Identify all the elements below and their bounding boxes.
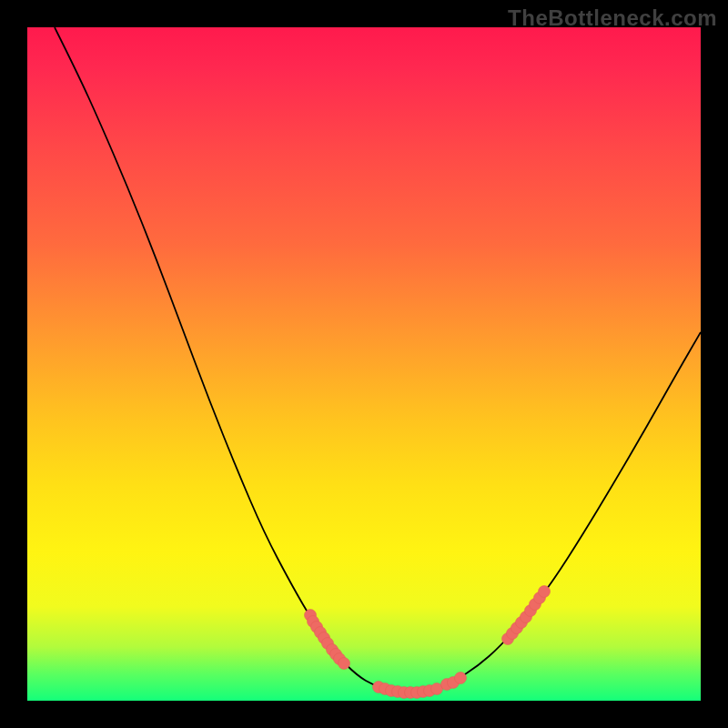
chart-svg bbox=[27, 27, 701, 701]
marker-cluster-left bbox=[305, 610, 350, 670]
marker-cluster-bottom bbox=[373, 672, 467, 699]
watermark-label: TheBottleneck.com bbox=[508, 5, 717, 31]
chart-plot-area bbox=[27, 27, 701, 701]
marker-dot bbox=[455, 672, 467, 684]
marker-dot bbox=[339, 658, 350, 670]
marker-dot bbox=[539, 586, 551, 598]
bottleneck-curve bbox=[55, 27, 701, 693]
marker-cluster-right bbox=[502, 586, 551, 645]
